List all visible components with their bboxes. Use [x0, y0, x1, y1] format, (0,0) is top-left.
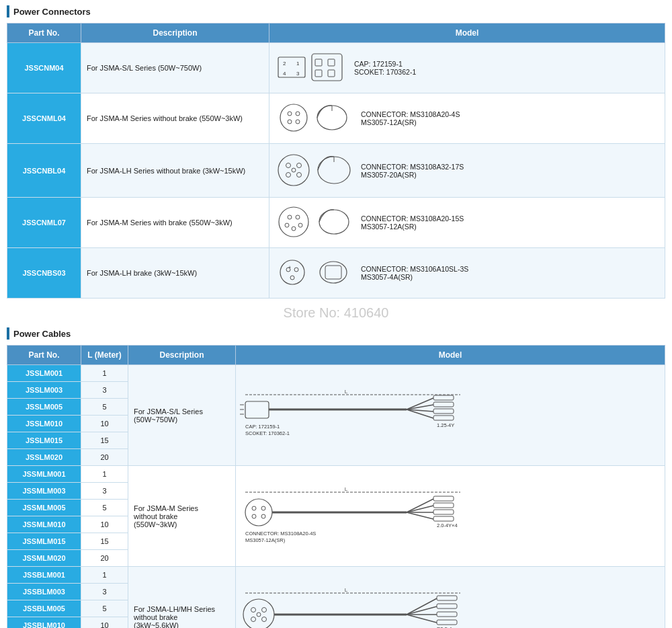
cable-part-no: JSSMLM010 — [7, 516, 81, 533]
connector-desc: For JSMA-S/L Series (50W~750W) — [81, 43, 269, 93]
cable-desc: For JSMA-LH/MH Series without brake (3kW… — [128, 567, 236, 629]
svg-text:L: L — [345, 389, 348, 395]
cable-part-no: JSSMLM003 — [7, 483, 81, 500]
connector-model-text: CAP: 172159-1 SCOKET: 170362-1 — [354, 60, 416, 76]
svg-point-26 — [288, 215, 292, 219]
cable-length: 3 — [81, 483, 128, 500]
svg-text:2.0-4Y×4: 2.0-4Y×4 — [437, 522, 458, 528]
svg-rect-70 — [433, 503, 454, 508]
svg-line-47 — [407, 405, 433, 409]
cable-part-no: JSSLM015 — [7, 432, 81, 449]
cable-length: 5 — [81, 399, 128, 416]
svg-point-35 — [290, 276, 294, 280]
cable-length: 15 — [81, 533, 128, 550]
cable-part-no: JSSMLM005 — [7, 500, 81, 516]
svg-text:3: 3 — [296, 71, 300, 77]
connector-model-text: CONNECTOR: MS3108A32-17S MS3057-20A(SR) — [361, 163, 464, 179]
svg-rect-7 — [328, 59, 335, 66]
svg-rect-50 — [433, 395, 454, 400]
cable-desc: For JSMA-S/L Series (50W~750W) — [128, 365, 236, 466]
svg-line-66 — [407, 506, 433, 512]
svg-rect-53 — [433, 416, 454, 420]
cable-length: 20 — [81, 550, 128, 567]
power-cables-title: Power Cables — [7, 327, 665, 340]
connector-desc: For JSMA-M Series without brake (550W~3k… — [81, 93, 269, 144]
svg-point-17 — [278, 155, 309, 186]
connector-image — [275, 202, 355, 243]
cables-col-description: Description — [128, 346, 236, 365]
svg-point-10 — [280, 104, 307, 131]
cable-part-no: JSSBLM003 — [7, 584, 81, 600]
connector-model-cell: CONNECTOR: MS3108A20-15S MS3057-12A(SR) — [269, 198, 665, 248]
cable-length: 1 — [81, 466, 128, 483]
cable-length: 3 — [81, 584, 128, 600]
svg-rect-69 — [433, 496, 454, 501]
svg-point-31 — [319, 210, 349, 234]
connector-image: 21 43 — [275, 47, 349, 89]
svg-point-30 — [292, 227, 296, 231]
svg-point-19 — [297, 163, 302, 168]
connector-image — [275, 148, 355, 193]
svg-point-22 — [292, 168, 296, 172]
svg-rect-41 — [245, 401, 269, 418]
svg-text:2: 2 — [283, 61, 286, 67]
cable-part-no: JSSBLM010 — [7, 617, 81, 629]
connector-model-cell: 21 43 CAP: 172159-1 SCOKET: 170362-1 — [269, 43, 665, 93]
cable-length: 1 — [81, 567, 128, 584]
connector-model-cell: CONNECTOR: MS3108A20-4S MS3057-12A(SR) — [269, 93, 665, 144]
svg-line-65 — [407, 499, 433, 512]
svg-text:CAP: 172159-1: CAP: 172159-1 — [245, 424, 280, 430]
connector-desc: For JSMA-M Series with brake (550W~3kW) — [81, 198, 269, 248]
svg-text:L: L — [345, 486, 348, 492]
svg-rect-91 — [437, 612, 457, 617]
svg-point-61 — [261, 506, 265, 510]
svg-point-27 — [296, 215, 300, 219]
svg-point-62 — [252, 514, 256, 518]
svg-rect-8 — [315, 70, 322, 77]
connector-part-no: JSSCNBS03 — [7, 248, 81, 299]
svg-line-88 — [407, 615, 437, 623]
cable-length: 10 — [81, 617, 128, 629]
cable-length: 5 — [81, 500, 128, 516]
svg-text:R5.5-4: R5.5-4 — [437, 626, 452, 629]
svg-point-32 — [280, 260, 304, 284]
cable-model: L CONNECTOR: MS3108A20-4S MS3057-12A(SR)… — [236, 466, 665, 567]
svg-point-20 — [286, 173, 291, 178]
cable-desc: For JSMA-M Series without brake (550W~3k… — [128, 466, 236, 567]
svg-point-82 — [262, 617, 267, 621]
svg-point-25 — [279, 207, 308, 237]
col-model: Model — [269, 24, 665, 43]
power-connectors-title: Power Connectors — [7, 5, 665, 17]
section-title-text: Power Connectors — [13, 7, 91, 17]
cable-model: L CONNECTOR: MS3108A32-17S MS3057-20A(SR… — [236, 567, 665, 629]
cable-part-no: JSSLM005 — [7, 399, 81, 416]
svg-point-34 — [294, 268, 298, 272]
svg-point-18 — [286, 163, 291, 168]
svg-line-68 — [407, 512, 433, 519]
svg-text:1.25-4Y: 1.25-4Y — [437, 422, 454, 428]
connector-model-text: CONNECTOR: MS3108A20-4S MS3057-12A(SR) — [361, 110, 460, 126]
cable-part-no: JSSLM020 — [7, 449, 81, 466]
svg-rect-0 — [278, 57, 305, 77]
svg-point-80 — [262, 607, 267, 612]
connector-model-text: CONNECTOR: MS3106A10SL-3S MS3057-4A(SR) — [361, 265, 468, 281]
cable-part-no: JSSLM001 — [7, 365, 81, 382]
cable-length: 1 — [81, 365, 128, 382]
connector-image — [275, 97, 355, 139]
svg-point-83 — [257, 613, 261, 617]
svg-point-63 — [261, 514, 265, 518]
svg-text:+: + — [288, 265, 291, 270]
svg-rect-52 — [433, 409, 454, 414]
cable-length: 5 — [81, 600, 128, 617]
svg-line-86 — [407, 606, 437, 615]
svg-line-46 — [407, 398, 433, 409]
connector-image: + — [275, 252, 355, 294]
svg-point-14 — [296, 120, 300, 124]
svg-point-21 — [297, 173, 302, 178]
svg-line-85 — [407, 598, 437, 615]
cable-part-no: JSSBLM005 — [7, 600, 81, 617]
cable-length: 10 — [81, 416, 128, 432]
cable-length: 20 — [81, 449, 128, 466]
cable-part-no: JSSBLM001 — [7, 567, 81, 584]
svg-point-37 — [320, 262, 347, 283]
